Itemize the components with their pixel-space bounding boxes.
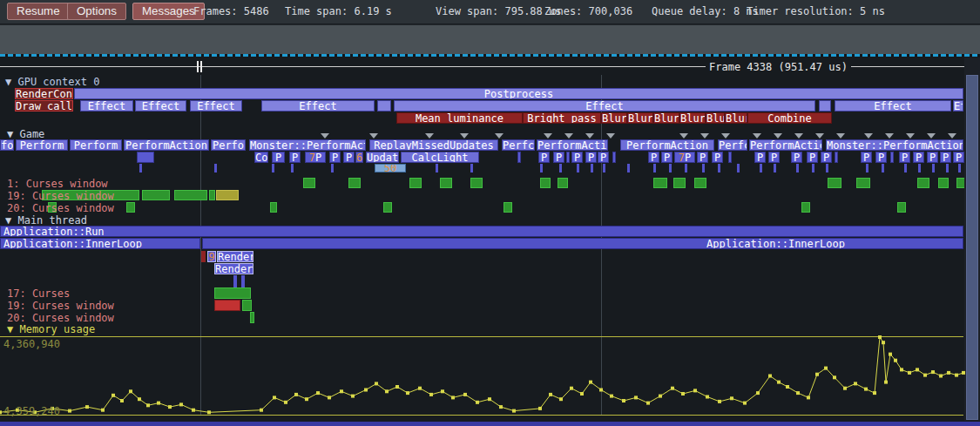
game-zone[interactable] [470,164,473,172]
main-thread-zone[interactable]: Application::InnerLoop [202,238,963,249]
frame-marker[interactable] [321,133,329,139]
thread-zone[interactable] [216,190,239,200]
frame-marker[interactable] [885,133,894,139]
game-zone[interactable]: P [899,152,910,163]
game-zone[interactable]: P [553,152,564,163]
game-zone[interactable]: P [697,152,708,163]
thread-zone[interactable] [348,178,361,188]
section-header-memory[interactable]: ▼ Memory usage [7,323,95,335]
game-zone[interactable]: Update [366,152,399,163]
frame-marker[interactable] [927,133,936,139]
gpu-zone[interactable]: Effect [835,100,951,112]
gpu-zone[interactable] [819,100,831,112]
game-zone[interactable]: fo [0,139,14,151]
game-zone[interactable] [866,164,868,172]
game-zone[interactable]: P [940,152,951,163]
game-zone[interactable]: P [289,152,301,163]
game-zone[interactable] [559,164,562,172]
frame-marker[interactable] [794,133,803,139]
thread-zone[interactable] [214,287,251,299]
game-zone[interactable]: PerformAction [620,139,714,151]
game-zone[interactable]: P [861,152,872,163]
thread-zone[interactable] [917,178,929,188]
thread-label-17[interactable]: 17: Curses [7,287,70,300]
game-zone[interactable]: P [913,152,924,163]
game-zone[interactable] [272,164,274,172]
frame-marker[interactable] [460,133,469,139]
frame-marker[interactable] [495,133,504,139]
gpu-zone[interactable]: Combine [747,112,832,124]
game-zone[interactable] [812,164,814,172]
game-zone[interactable] [760,164,762,172]
game-zone[interactable]: P [875,152,887,163]
gpu-zone[interactable]: RenderConte [15,88,73,99]
vertical-scrollbar-thumb[interactable] [966,75,978,420]
gpu-zone[interactable]: Ef [953,100,963,112]
frame-marker[interactable] [425,133,434,139]
game-zone[interactable]: P [272,152,285,163]
frame-marker[interactable] [815,133,824,139]
game-zone[interactable] [517,152,521,163]
game-zone[interactable]: P [821,152,832,163]
game-zone[interactable] [603,164,605,172]
game-zone[interactable]: 7P [305,152,326,163]
game-zone[interactable] [728,152,732,163]
thread-zone[interactable] [558,178,568,188]
main-thread-zone[interactable] [201,251,206,262]
thread-zone[interactable] [303,178,315,188]
game-zone[interactable]: Perfc [502,139,535,151]
game-zone[interactable] [137,152,154,163]
main-thread-zone[interactable] [233,275,237,287]
game-zone[interactable]: P [598,152,609,163]
thread-zone[interactable] [440,178,452,188]
game-zone[interactable] [932,164,935,172]
game-zone[interactable]: ReplayMissedUpdates [369,139,498,151]
game-zone[interactable] [796,164,799,172]
game-zone[interactable]: Monster::PerformAction [826,139,963,151]
gpu-zone[interactable]: Bright pass [523,112,601,124]
game-zone[interactable]: P [329,152,341,163]
thread-label-20[interactable]: 20: Curses window [7,202,114,214]
thread-zone[interactable] [828,178,841,188]
thread-zone[interactable] [504,202,512,213]
frame-marker[interactable] [836,133,845,139]
game-zone[interactable]: Perfo [211,139,246,151]
frame-marker[interactable] [864,133,873,139]
thread-zone[interactable] [673,178,686,188]
thread-zone[interactable] [897,202,906,213]
memory-line[interactable] [0,336,963,337]
gpu-zone[interactable]: Blur [653,112,679,124]
game-zone[interactable] [904,164,907,172]
main-thread-zone[interactable]: Render [217,251,253,262]
horizontal-scrollbar[interactable] [0,422,980,426]
game-zone[interactable] [946,164,949,172]
gpu-zone[interactable]: Blur [725,112,747,124]
gpu-zone[interactable] [377,100,391,112]
game-zone[interactable] [669,164,672,172]
frame-marker[interactable] [774,133,782,139]
game-zone[interactable] [774,164,776,172]
game-zone[interactable]: Perform [16,139,68,151]
game-zone[interactable] [826,164,828,172]
thread-zone[interactable] [214,300,240,311]
game-zone[interactable] [685,164,687,172]
frame-marker[interactable] [585,133,594,139]
main-thread-zone[interactable]: Application::InnerLoop [0,238,200,249]
thread-zone[interactable] [242,300,252,311]
gpu-zone[interactable]: Blu [706,112,725,124]
game-zone[interactable]: P [585,152,597,163]
section-header-gpu-context[interactable]: ▼ GPU context 0 [5,76,99,88]
game-zone[interactable]: Perfc [718,139,747,151]
game-zone[interactable] [436,164,438,172]
game-zone[interactable] [890,152,894,163]
section-header-main-thread[interactable]: ▼ Main thread [5,214,87,227]
game-zone[interactable]: P [754,152,766,163]
game-zone[interactable]: P [571,152,583,163]
gpu-zone[interactable]: Effect [261,100,375,112]
thread-zone[interactable] [540,178,551,188]
game-zone[interactable] [139,164,142,172]
game-zone[interactable]: P [953,152,964,163]
game-zone[interactable]: Monster::PerformAction [249,139,366,151]
game-zone[interactable]: P [807,152,818,163]
game-zone[interactable]: P [648,152,659,163]
